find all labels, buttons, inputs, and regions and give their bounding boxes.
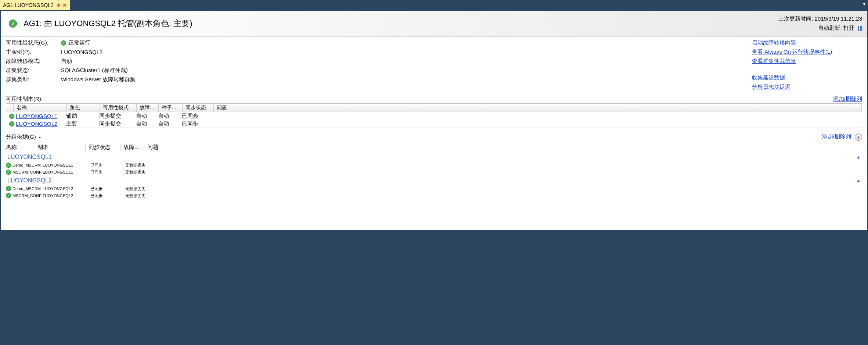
replicas-title: 可用性副本(R): (6, 96, 43, 103)
state-value: 正常运行 (68, 39, 90, 46)
primary-label: 主实例(P): (6, 49, 61, 56)
replicas-grid-header: 名称 角色 可用性模式 故障... 种子... 同步状态 问题 (6, 104, 862, 112)
status-ok-icon: ✓ (6, 186, 11, 191)
group-header[interactable]: LUOYONGSQL2▲ (1, 176, 867, 185)
table-row[interactable]: ✓MSCRM_CONFIGLUOYONGSQL2已同步无数据丢失 (1, 192, 867, 199)
replicas-grid: 名称 角色 可用性模式 故障... 种子... 同步状态 问题 ✓LUOYONG… (6, 103, 862, 128)
pause-icon[interactable] (857, 26, 862, 31)
cluster-type-label: 群集类型: (6, 76, 61, 83)
db-grid-header: 名称 副本 同步状态 故障... 问题 (1, 142, 867, 152)
status-ok-icon: ✓ (9, 114, 14, 119)
dashboard-panel: ✓ AG1: 由 LUOYONGSQL2 托管(副本角色: 主要) 上次更新时间… (0, 10, 868, 231)
pin-icon[interactable]: 📌 (56, 3, 60, 7)
col-failover[interactable]: 故障... (137, 104, 159, 112)
status-ok-icon: ✓ (6, 193, 11, 198)
link-alwayson-events[interactable]: 查看 Always On 运行状况事件(L) (752, 49, 862, 56)
chevron-up-icon[interactable]: ▲ (856, 154, 861, 160)
tab-strip: AG1:LUOYONGSQL2 📌 ✕ ▼ (0, 0, 868, 10)
replica-link[interactable]: LUOYONGSQL1 (16, 113, 57, 119)
tab-ag1[interactable]: AG1:LUOYONGSQL2 📌 ✕ (0, 0, 70, 10)
dashboard-header: ✓ AG1: 由 LUOYONGSQL2 托管(副本角色: 主要) 上次更新时间… (1, 11, 867, 36)
groupby-dropdown[interactable]: 分组依据(G) ▾ (6, 134, 41, 141)
status-ok-icon: ✓ (61, 40, 66, 46)
summary-table: 可用性组状态(G): ✓ 正常运行 主实例(P): LUOYONGSQL2 故障… (6, 39, 752, 93)
auto-refresh: 自动刷新: 打开 (778, 25, 862, 32)
action-links: 启动故障转移向导 查看 Always On 运行状况事件(L) 查看群集仲裁信息… (752, 39, 862, 93)
status-ok-icon: ✓ (6, 170, 11, 175)
add-remove-columns-db[interactable]: 添加/删除列 (822, 133, 851, 139)
state-label: 可用性组状态(G): (6, 39, 61, 46)
link-quorum-info[interactable]: 查看群集仲裁信息 (752, 58, 862, 65)
tab-title: AG1:LUOYONGSQL2 (3, 2, 54, 8)
col-sync[interactable]: 同步状态 (183, 104, 214, 112)
failover-label: 故障转移模式: (6, 58, 61, 65)
close-icon[interactable]: ✕ (62, 2, 67, 8)
cluster-type-value: Windows Server 故障转移群集 (61, 76, 136, 83)
cluster-state-value: SQLAGCluster1 (标准仲裁) (61, 67, 128, 74)
status-ok-icon: ✓ (9, 19, 17, 28)
table-row[interactable]: ✓Demo_MSCRMLUOYONGSQL1已同步无数据丢失 (1, 162, 867, 169)
failover-value: 自动 (61, 58, 72, 65)
last-update: 上次更新时间: 2019/9/19 11:21:23 (778, 15, 862, 22)
primary-value: LUOYONGSQL2 (61, 49, 102, 56)
table-row[interactable]: ✓LUOYONGSQL2主要同步提交自动自动已同步 (6, 120, 862, 128)
group-header[interactable]: LUOYONGSQL1▲ (1, 152, 867, 162)
status-ok-icon: ✓ (6, 163, 11, 168)
table-row[interactable]: ✓Demo_MSCRMLUOYONGSQL2已同步无数据丢失 (1, 185, 867, 192)
table-row[interactable]: ✓LUOYONGSQL1辅助同步提交自动自动已同步 (6, 112, 862, 120)
col-db-replica[interactable]: 副本 (37, 144, 85, 151)
link-collect-latency[interactable]: 收集延迟数据 (752, 74, 862, 81)
cluster-state-label: 群集状态: (6, 67, 61, 74)
link-failover-wizard[interactable]: 启动故障转移向导 (752, 39, 862, 46)
col-db-issue[interactable]: 问题 (144, 144, 867, 151)
replicas-section: 可用性副本(R): 添加/删除列 名称 角色 可用性模式 故障... 种子...… (1, 94, 867, 129)
chevron-up-icon[interactable]: ▲ (856, 178, 861, 183)
col-name[interactable]: 名称 (14, 104, 67, 112)
col-availability[interactable]: 可用性模式 (100, 104, 137, 112)
col-seeding[interactable]: 种子... (159, 104, 183, 112)
collapse-icon[interactable]: ▲ (855, 134, 862, 141)
replica-link[interactable]: LUOYONGSQL2 (16, 121, 57, 127)
col-db-name[interactable]: 名称 (1, 144, 37, 151)
link-analyze-latency[interactable]: 分析日志块延迟 (752, 83, 862, 90)
col-db-sync[interactable]: 同步状态 (85, 144, 120, 151)
col-issues[interactable]: 问题 (214, 104, 862, 112)
col-role[interactable]: 角色 (67, 104, 100, 112)
page-title: AG1: 由 LUOYONGSQL2 托管(副本角色: 主要) (24, 18, 192, 29)
col-db-failover[interactable]: 故障... (120, 144, 144, 151)
add-remove-columns-replicas[interactable]: 添加/删除列 (833, 96, 862, 103)
status-ok-icon: ✓ (9, 121, 14, 127)
tabstrip-dropdown-icon[interactable]: ▼ (862, 1, 867, 7)
table-row[interactable]: ✓MSCRM_CONFIGLUOYONGSQL1已同步无数据丢失 (1, 169, 867, 176)
chevron-down-icon: ▾ (39, 135, 41, 139)
